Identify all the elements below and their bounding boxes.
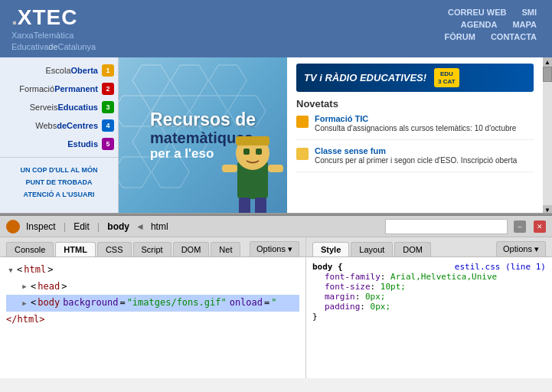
sidebar-bottom: UN COP D'ULL AL MÓN PUNT DE TROBADA ATEN… — [0, 157, 118, 207]
edit-button[interactable]: Edit — [73, 221, 90, 232]
nav-link-forum[interactable]: FÒRUM — [445, 32, 475, 41]
sidebar-item-websdecentres[interactable]: WebsdeCentres 4 — [0, 116, 118, 135]
css-prop-padding: padding: 0px; — [312, 302, 546, 312]
breadcrumb-html[interactable]: html — [151, 221, 168, 232]
logo-text: XTEC — [18, 5, 78, 29]
devtools-toolbar: Inspect | Edit | body ◄ html – ✕ — [0, 216, 552, 237]
html-panel: ▼ <html> ▶ <head> ▶ <body backgro — [0, 257, 306, 378]
css-prop-margin: margin: 0px; — [312, 292, 546, 302]
tv-banner[interactable]: TV i RÀDIO EDUCATIVES! EDU 3 CAT — [296, 64, 534, 92]
left-panel-container: Console HTML CSS Script DOM Net Options … — [0, 237, 306, 378]
tab-html[interactable]: HTML — [55, 242, 96, 256]
tab-css[interactable]: CSS — [97, 242, 132, 256]
sidebar-item-label: Estudis — [67, 139, 98, 149]
tab-net[interactable]: Net — [211, 242, 240, 256]
sidebar-link-copmon[interactable]: UN COP D'ULL AL MÓN — [8, 164, 110, 176]
website-scrollbar[interactable]: ▲ ▼ — [543, 57, 552, 214]
tree-toggle-body[interactable]: ▶ — [20, 299, 29, 308]
news-title-1[interactable]: Classe sense fum — [315, 146, 517, 155]
right-panel: TV i RÀDIO EDUCATIVES! EDU 3 CAT Novetat… — [287, 57, 543, 214]
news-icon-1 — [296, 148, 309, 160]
devtools-minimize-button[interactable]: – — [514, 220, 526, 233]
sidebar-item-escolaoberta[interactable]: EscolaOberta 1 — [0, 61, 118, 80]
svg-rect-19 — [239, 198, 250, 214]
css-value-padding: 0px; — [371, 302, 391, 312]
tv-badge: EDU 3 CAT — [434, 68, 459, 87]
html-tree: ▼ <html> ▶ <head> ▶ <body backgro — [6, 262, 299, 328]
sidebar-item-label: FormacióPermanent — [19, 84, 98, 93]
scroll-down-btn[interactable]: ▼ — [543, 205, 552, 214]
sidebar-link-atencio[interactable]: ATENCIÓ A L'USUARI — [8, 188, 110, 201]
nav-link-contacta[interactable]: CONTACTA — [491, 32, 537, 41]
tree-row-html[interactable]: ▼ <html> — [6, 262, 299, 279]
sidebar-link-punttrobada[interactable]: PUNT DE TROBADA — [8, 176, 110, 188]
css-source-link[interactable]: estil.css (line 1) — [455, 262, 546, 272]
css-value-margin: 0px; — [365, 292, 386, 302]
scroll-thumb[interactable] — [543, 67, 552, 82]
devtools-tabs-left: Console HTML CSS Script DOM Net Options … — [0, 237, 305, 257]
css-value-fontfamily: Arial,Helvetica,Unive — [390, 272, 497, 282]
tree-row-closing-html[interactable]: </html> — [6, 312, 299, 328]
tab-console[interactable]: Console — [6, 242, 54, 256]
tab-options-right[interactable]: Options ▾ — [496, 241, 546, 256]
sidebar-item-serveiseducatius[interactable]: ServeisEducatius 3 — [0, 98, 118, 116]
subtitle-line1: XarxaTelemàtica — [11, 31, 73, 40]
devtools-search-input[interactable] — [385, 219, 508, 234]
tree-row-body[interactable]: ▶ <body background="imatges/fons.gif" on… — [6, 295, 299, 312]
separator-1: | — [64, 220, 66, 232]
devtools: Inspect | Edit | body ◄ html – ✕ Console… — [0, 214, 552, 392]
logo-dot: . — [11, 5, 18, 29]
news-title-0[interactable]: Formació TIC — [315, 114, 516, 123]
news-content-0: Formació TIC Consulta d'assignacions als… — [315, 114, 516, 133]
nav-link-correuweb[interactable]: CORREU WEB — [448, 8, 506, 17]
sidebar-badge-4: 4 — [102, 119, 114, 132]
tree-toggle-head[interactable]: ▶ — [20, 282, 29, 291]
tab-options-left[interactable]: Options ▾ — [250, 241, 299, 256]
svg-rect-17 — [222, 165, 237, 172]
devtools-close-button[interactable]: ✕ — [534, 220, 546, 233]
website-area: .XTEC XarxaTelemàtica EducativadeCatalun… — [0, 0, 552, 214]
sidebar-badge-5: 5 — [102, 138, 114, 150]
right-panel-container: Style Layout DOM Options ▾ body { estil.… — [306, 237, 552, 378]
scroll-track[interactable] — [543, 82, 552, 205]
sidebar-item-label: EscolaOberta — [46, 66, 99, 75]
svg-rect-15 — [243, 149, 250, 155]
cartoon-figure — [222, 115, 283, 214]
tree-row-head[interactable]: ▶ <head> — [6, 279, 299, 296]
svg-rect-14 — [236, 136, 269, 145]
tab-dom-right[interactable]: DOM — [394, 242, 431, 256]
sidebar-item-estudis[interactable]: Estudis 5 — [0, 135, 118, 153]
nav-link-smi[interactable]: SMI — [521, 8, 537, 17]
style-panel: body { estil.css (line 1) font-family: A… — [306, 257, 552, 378]
tree-toggle-html[interactable]: ▼ — [6, 266, 15, 275]
breadcrumb-arrow: ◄ — [136, 221, 145, 232]
tab-script[interactable]: Script — [133, 242, 171, 256]
subtitle-line2: EducativadeCatalunya — [11, 42, 96, 51]
scroll-up-btn[interactable]: ▲ — [543, 57, 552, 67]
tab-style[interactable]: Style — [312, 242, 349, 256]
nav-link-mapa[interactable]: MAPA — [512, 20, 537, 29]
css-closing-brace: } — [312, 312, 546, 322]
novetats-title: Novetats — [296, 98, 534, 109]
style-header: body { estil.css (line 1) — [312, 262, 546, 272]
sidebar-item-label: WebsdeCentres — [35, 121, 98, 130]
browser-wrapper: .XTEC XarxaTelemàtica EducativadeCatalun… — [0, 0, 552, 392]
sidebar: EscolaOberta 1 FormacióPermanent 2 Serve… — [0, 57, 119, 214]
logo-subtitle: XarxaTelemàtica EducativadeCatalunya — [11, 30, 96, 52]
sidebar-item-formaciópermanent[interactable]: FormacióPermanent 2 — [0, 80, 118, 98]
breadcrumb-body[interactable]: body — [107, 221, 129, 232]
devtools-tabs-right: Style Layout DOM Options ▾ — [306, 237, 552, 257]
nav-link-agenda[interactable]: AGENDA — [461, 20, 498, 29]
css-value-fontsize: 10pt; — [381, 282, 406, 292]
tv-banner-text: TV i RÀDIO EDUCATIVES! — [304, 72, 426, 83]
sidebar-badge-1: 1 — [102, 64, 114, 77]
tab-layout[interactable]: Layout — [351, 242, 393, 256]
promo-banner[interactable]: Recursos de matemàtiques per a l'eso — [119, 57, 287, 214]
inspect-button[interactable]: Inspect — [26, 221, 56, 232]
devtools-panels: Console HTML CSS Script DOM Net Options … — [0, 237, 552, 378]
tab-dom[interactable]: DOM — [173, 242, 210, 256]
news-icon-0 — [296, 116, 309, 128]
sidebar-item-label: ServeisEducatius — [30, 103, 98, 112]
nav-right: CORREU WEB SMI AGENDA MAPA FÒRUM CONTACT… — [445, 8, 537, 41]
css-selector: body { — [312, 262, 343, 272]
